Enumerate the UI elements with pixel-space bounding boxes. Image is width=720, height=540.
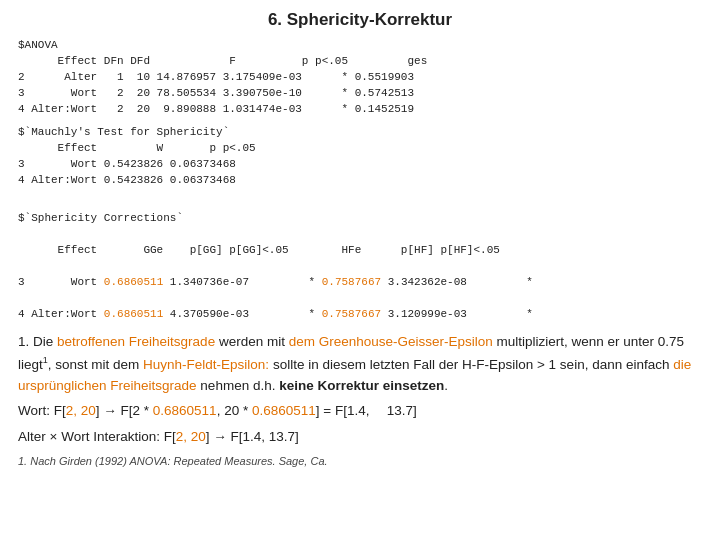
paragraph2-line2: Alter × Wort Interaktion: F[2, 20] → F[1… [18,426,702,448]
title: 6. Sphericity-Korrektur [0,0,720,38]
sphericity-header: Effect GGe p[GG] p[GG]<.05 HFe p[HF] p[H… [18,244,500,256]
sphericity-code: $`Sphericity Corrections` Effect GGe p[G… [0,195,720,323]
sphericity-row2: 4 Alter:Wort 0.6860511 4.370590e-03 * 0.… [18,308,533,320]
paragraph1: 1. Die betroffenen Freiheitsgrade werden… [18,331,702,396]
footnote: 1. Nach Girden (1992) ANOVA: Repeated Me… [0,451,720,467]
sphericity-row1: 3 Wort 0.6860511 1.340736e-07 * 0.758766… [18,276,533,288]
paragraph2-line1: Wort: F[2, 20] → F[2 * 0.6860511, 20 * 0… [18,400,702,422]
sphericity-line1: $`Sphericity Corrections` [18,212,183,224]
anova-code: $ANOVA Effect DFn DFd F p p<.05 ges 2 Al… [0,38,720,118]
mauchly-code: $`Mauchly's Test for Sphericity` Effect … [0,125,720,189]
